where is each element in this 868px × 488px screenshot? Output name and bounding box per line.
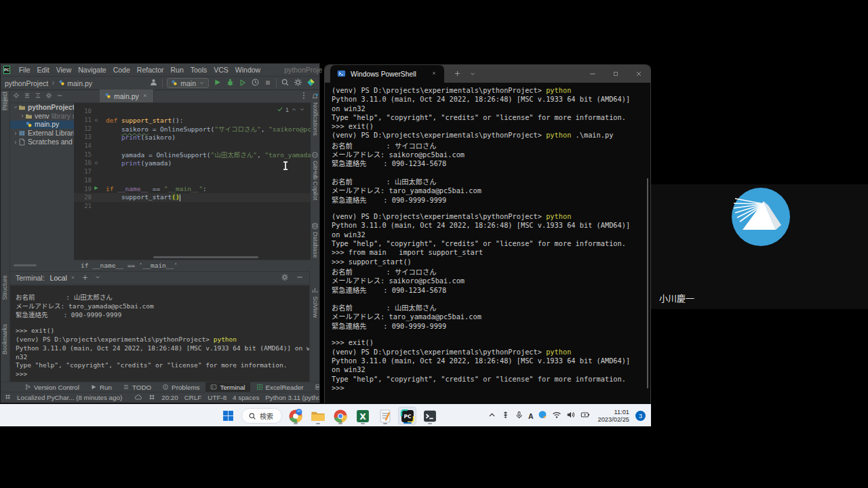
taskbar-app-browser[interactable] — [286, 407, 304, 425]
minimize-button[interactable] — [581, 65, 604, 83]
menu-file[interactable]: File — [16, 66, 34, 74]
tray-chevron-up[interactable] — [488, 410, 496, 422]
taskbar-app-explorer[interactable] — [309, 407, 327, 425]
tool-strip-github-copilot[interactable]: GitHub Copilot — [311, 151, 319, 201]
run-line-gutter-icon[interactable] — [93, 185, 99, 192]
panel-settings-button[interactable] — [45, 92, 52, 100]
terminal-tab-local[interactable]: Local — [50, 274, 76, 282]
sync-icon[interactable] — [134, 393, 142, 403]
collapse-all-button[interactable] — [24, 92, 31, 100]
maximize-button[interactable] — [604, 65, 627, 83]
profiler-button[interactable] — [251, 78, 260, 88]
taskbar-app-notepad[interactable] — [376, 407, 394, 425]
run-configuration-select[interactable]: main — [167, 78, 209, 88]
tab-dropdown-icon[interactable] — [469, 68, 476, 80]
taskbar-app-excel[interactable]: X — [353, 407, 372, 425]
powershell-output[interactable]: (venv) PS D:\projects\experimentals\pyth… — [325, 83, 650, 403]
toolwindow-button-problems[interactable]: Problems — [157, 382, 204, 392]
terminal-tab-close-icon[interactable] — [70, 274, 76, 282]
tool-strip-notifications[interactable]: Notifications — [311, 93, 319, 136]
run-button[interactable] — [213, 78, 222, 88]
tab-close-icon[interactable] — [431, 70, 437, 78]
toolwindow-button-python-packages[interactable]: Python Packages — [310, 382, 319, 392]
locate-file-button[interactable] — [13, 92, 20, 100]
taskbar-app-terminal[interactable] — [420, 407, 439, 425]
terminal-output[interactable]: お名前 : 山田太郎さんメールアドレス: taro_yamada@pc5bai.… — [10, 285, 309, 382]
toolwindow-button-terminal[interactable]: Terminal — [205, 382, 250, 392]
notification-badge[interactable]: 3 — [635, 411, 646, 421]
terminal-settings-icon[interactable] — [281, 273, 289, 283]
tray-dropbox[interactable] — [501, 410, 510, 422]
tray-app-ball[interactable] — [538, 410, 547, 422]
taskbar-clock[interactable]: 11:012023/02/25 — [597, 409, 629, 423]
toolwindow-button-excelreader[interactable]: ExcelReader — [252, 382, 309, 392]
toolwindow-button-version-control[interactable]: Version Control — [20, 382, 84, 392]
tree-item-scratches-and-co[interactable]: Scratches and Co — [10, 138, 74, 146]
indexing-icon[interactable] — [149, 394, 155, 402]
tree-item-external-libraries[interactable]: External Libraries — [10, 129, 74, 138]
project-panel-hscrollbar[interactable] — [14, 264, 37, 266]
vcs-status[interactable]: Localized PyChar... (8 minutes ago) — [17, 394, 122, 401]
taskbar-app-pycharm[interactable]: PC — [398, 407, 416, 425]
menu-vcs[interactable]: VCS — [210, 66, 232, 74]
tab-main-py[interactable]: main.py — [100, 89, 154, 102]
status-item[interactable]: UTF-8 — [208, 394, 226, 401]
settings-button[interactable] — [294, 78, 302, 88]
tool-strip-project[interactable]: Project — [1, 92, 8, 110]
taskbar-search[interactable]: 検索 — [241, 408, 282, 424]
editor-hscrollbar[interactable] — [153, 256, 258, 258]
debug-button[interactable] — [226, 78, 235, 88]
toolwindow-button-run[interactable]: Run — [85, 382, 117, 392]
breadcrumb-project[interactable]: pythonProject — [5, 79, 48, 87]
new-tab-button[interactable] — [454, 68, 461, 80]
ime-indicator[interactable]: A — [528, 412, 534, 420]
menu-window[interactable]: Window — [232, 66, 264, 74]
tool-strip-database[interactable]: Database — [311, 222, 319, 258]
fold-marker[interactable]: ⊖ — [92, 117, 101, 123]
tray-microphone[interactable] — [515, 410, 524, 422]
stop-button[interactable] — [264, 79, 272, 88]
expand-all-button[interactable] — [35, 92, 41, 100]
tool-strip-bookmarks[interactable]: Bookmarks — [1, 324, 8, 354]
new-terminal-button[interactable] — [81, 274, 89, 283]
project-panel[interactable]: pythonProject D:venv library romain.pyEx… — [10, 90, 74, 270]
toolwindow-button-todo[interactable]: TODO — [118, 382, 156, 392]
start-button[interactable] — [219, 407, 237, 425]
status-item[interactable]: CRLF — [184, 394, 202, 401]
coverage-button[interactable] — [239, 79, 247, 88]
menu-refactor[interactable]: Refactor — [134, 66, 167, 74]
taskbar-app-chrome[interactable] — [331, 407, 349, 425]
menu-navigate[interactable]: Navigate — [75, 66, 109, 74]
fold-marker[interactable]: ⊖ — [92, 160, 101, 166]
editor-region[interactable]: main.py 1 1011⊖def support_start():12 sa… — [74, 90, 311, 270]
tree-item-main-py[interactable]: main.py — [10, 121, 74, 129]
tray-wifi[interactable] — [552, 410, 561, 422]
powershell-scrollbar[interactable] — [647, 178, 648, 388]
tray-battery[interactable] — [580, 410, 590, 422]
status-item[interactable]: 4 spaces — [233, 394, 259, 401]
menu-view[interactable]: View — [53, 66, 75, 74]
menu-run[interactable]: Run — [167, 66, 186, 74]
status-item[interactable]: 20:20 — [161, 394, 178, 401]
terminal-hide-icon[interactable] — [296, 273, 304, 283]
close-button[interactable] — [627, 65, 650, 83]
tree-item-pythonproject[interactable]: pythonProject D: — [10, 103, 74, 112]
editor-breadcrumb[interactable]: if __name__ == '__main__' — [81, 262, 178, 269]
code-editor[interactable]: 1011⊖def support_start():12 saikoro = On… — [74, 103, 311, 260]
status-widget-icon[interactable] — [5, 394, 11, 401]
terminal-dropdown-icon[interactable] — [94, 274, 101, 282]
tool-strip-sciview[interactable]: SciView — [311, 287, 319, 318]
menu-tools[interactable]: Tools — [187, 66, 211, 74]
status-item[interactable]: Python 3.11 (pythonProject) (2) — [265, 394, 319, 401]
hide-panel-button[interactable] — [56, 92, 63, 100]
powershell-tab[interactable]: Windows PowerShell — [330, 65, 444, 83]
breadcrumb-file[interactable]: main.py — [67, 79, 92, 87]
editor-options-kebab-icon[interactable] — [300, 92, 308, 101]
code-with-me-button[interactable] — [149, 78, 158, 88]
pycharm-promo-icon[interactable] — [307, 78, 315, 88]
tree-item-venv[interactable]: venv library ro — [10, 112, 74, 121]
tab-close-icon[interactable] — [142, 92, 149, 100]
menu-edit[interactable]: Edit — [34, 66, 53, 74]
tool-strip-structure[interactable]: Structure — [1, 275, 8, 300]
tray-volume[interactable] — [566, 410, 576, 422]
